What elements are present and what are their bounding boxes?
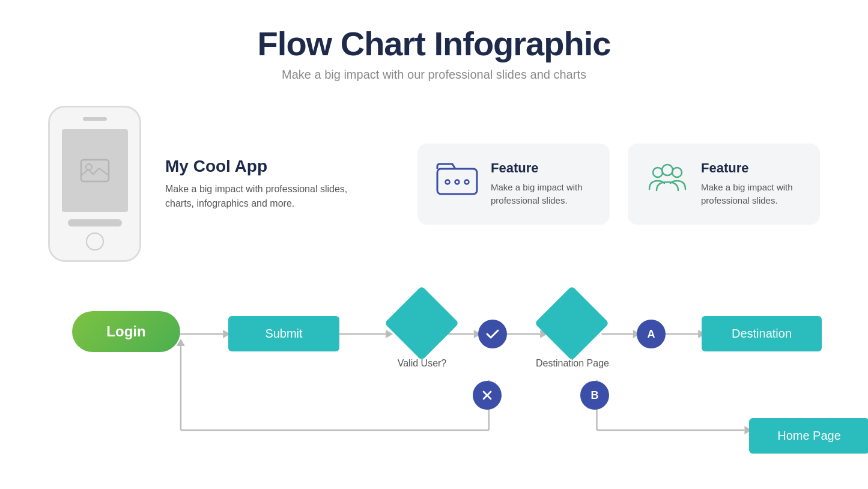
- submit-button[interactable]: Submit: [228, 316, 339, 351]
- svg-point-3: [446, 180, 450, 184]
- circle-b: B: [580, 381, 609, 410]
- phone-home-button: [86, 232, 104, 251]
- submit-node: Submit: [228, 316, 339, 351]
- home-page-button[interactable]: Home Page: [749, 418, 868, 454]
- svg-point-5: [465, 180, 469, 184]
- check-circle: [478, 320, 507, 348]
- svg-point-4: [455, 180, 460, 184]
- feature-1-desc: Make a big impact with professional slid…: [491, 181, 592, 208]
- cross-icon: [482, 390, 493, 401]
- feature-card-1: Feature Make a big impact with professio…: [417, 144, 610, 225]
- svg-point-7: [672, 168, 682, 177]
- destination-node: Destination: [702, 316, 822, 351]
- destination-button[interactable]: Destination: [702, 316, 822, 351]
- phone-speaker: [83, 117, 107, 121]
- home-page-node: Home Page: [749, 418, 868, 454]
- folder-icon: [436, 160, 479, 196]
- valid-user-diamond: [395, 297, 448, 350]
- feature-1-title: Feature: [491, 160, 592, 176]
- login-button[interactable]: Login: [72, 311, 180, 352]
- svg-point-6: [653, 168, 663, 177]
- page-subtitle: Make a big impact with our professional …: [0, 68, 868, 82]
- svg-rect-0: [81, 160, 109, 181]
- svg-point-1: [86, 164, 92, 170]
- feature-1-text: Feature Make a big impact with professio…: [491, 160, 592, 208]
- cross-circle: [473, 381, 502, 410]
- app-name: My Cool App: [165, 157, 357, 176]
- valid-user-label: Valid User?: [384, 358, 460, 369]
- flowchart-section: Login Submit Valid User? Destination Pag…: [0, 286, 868, 454]
- svg-rect-2: [437, 169, 477, 194]
- destination-page-diamond: [545, 297, 598, 350]
- feature-2-desc: Make a big impact with professional slid…: [701, 181, 802, 208]
- circle-a: A: [637, 320, 666, 348]
- svg-point-8: [662, 165, 673, 175]
- destination-page-label: Destination Page: [533, 358, 612, 369]
- check-icon: [486, 329, 499, 339]
- feature-cards: Feature Make a big impact with professio…: [417, 144, 820, 225]
- page-header: Flow Chart Infographic Make a big impact…: [0, 0, 868, 94]
- feature-2-title: Feature: [701, 160, 802, 176]
- feature-2-text: Feature Make a big impact with professio…: [701, 160, 802, 208]
- image-placeholder-icon: [80, 159, 110, 183]
- feature-card-2: Feature Make a big impact with professio…: [628, 144, 820, 225]
- top-section: My Cool App Make a big impact with profe…: [0, 94, 868, 262]
- people-icon: [646, 160, 689, 196]
- app-description: Make a big impact with professional slid…: [165, 182, 357, 211]
- phone-screen: [62, 129, 128, 212]
- app-info: My Cool App Make a big impact with profe…: [165, 157, 357, 211]
- login-node: Login: [72, 311, 180, 352]
- phone-bar: [68, 219, 122, 226]
- phone-mockup: [48, 106, 141, 262]
- flow-container: Login Submit Valid User? Destination Pag…: [36, 286, 832, 454]
- page-title: Flow Chart Infographic: [0, 24, 868, 63]
